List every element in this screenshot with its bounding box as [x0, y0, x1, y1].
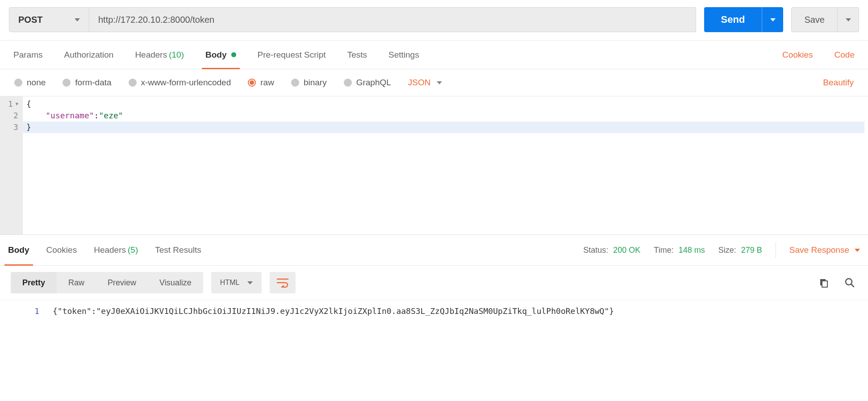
time-value: 148 ms	[679, 246, 705, 255]
response-body-editor[interactable]: 1 {"token":"eyJ0eXAiOiJKV1QiLCJhbGciOiJI…	[0, 300, 868, 319]
code-link[interactable]: Code	[835, 50, 855, 60]
divider	[776, 242, 776, 258]
view-preview[interactable]: Preview	[96, 272, 148, 293]
status-value: 200 OK	[613, 246, 640, 255]
radio-selected-icon	[248, 79, 256, 87]
send-button[interactable]: Send	[704, 7, 762, 32]
tab-headers[interactable]: Headers (10)	[135, 41, 184, 69]
radio-icon	[344, 79, 352, 87]
response-tab-testresults[interactable]: Test Results	[153, 235, 203, 265]
body-type-formdata[interactable]: form-data	[63, 78, 111, 88]
chevron-down-icon	[770, 18, 776, 21]
tab-headers-label: Headers	[135, 50, 167, 60]
send-dropdown[interactable]	[762, 7, 783, 32]
view-pretty[interactable]: Pretty	[11, 272, 57, 293]
tab-settings[interactable]: Settings	[388, 41, 419, 69]
svg-line-3	[851, 284, 854, 287]
view-mode-segment: Pretty Raw Preview Visualize	[11, 272, 203, 293]
radio-icon	[129, 79, 137, 87]
method-value: POST	[18, 15, 42, 25]
content-type-dropdown[interactable]: JSON	[408, 78, 442, 88]
chevron-down-icon	[247, 281, 253, 284]
fold-icon: ▼	[16, 98, 18, 110]
response-gutter: 1	[0, 304, 49, 319]
editor-code: { "username":"eze" }	[23, 96, 868, 234]
body-type-graphql-label: GraphQL	[356, 78, 391, 88]
save-button[interactable]: Save	[791, 7, 838, 32]
headers-count: (10)	[169, 50, 184, 60]
response-headers-count: (5)	[128, 245, 138, 255]
url-value: http://172.20.10.2:8000/token	[98, 15, 214, 25]
radio-icon	[14, 79, 22, 87]
body-type-none-label: none	[27, 78, 46, 88]
view-raw[interactable]: Raw	[57, 272, 96, 293]
wrap-lines-button[interactable]	[270, 272, 296, 293]
search-icon	[844, 277, 855, 288]
response-lang-value: HTML	[220, 279, 240, 287]
tab-tests[interactable]: Tests	[347, 41, 367, 69]
response-code: {"token":"eyJ0eXAiOiJKV1QiLCJhbGciOiJIUz…	[49, 304, 868, 319]
method-select[interactable]: POST	[9, 7, 89, 32]
save-response-dropdown[interactable]: Save Response	[789, 245, 860, 255]
url-input[interactable]: http://172.20.10.2:8000/token	[89, 7, 696, 32]
tab-body[interactable]: Body	[205, 41, 236, 69]
save-dropdown[interactable]	[838, 7, 859, 32]
body-type-binary-label: binary	[304, 78, 327, 88]
search-button[interactable]	[842, 275, 857, 290]
editor-gutter: 1▼ 2 3	[0, 96, 23, 234]
body-type-binary[interactable]: binary	[291, 78, 327, 88]
radio-icon	[291, 79, 299, 87]
radio-icon	[63, 79, 71, 87]
beautify-link[interactable]: Beautify	[823, 78, 854, 88]
body-type-raw[interactable]: raw	[248, 78, 274, 88]
save-response-label: Save Response	[789, 245, 849, 255]
body-type-urlencoded-label: x-www-form-urlencoded	[141, 78, 231, 88]
chevron-down-icon	[75, 18, 80, 21]
view-visualize[interactable]: Visualize	[148, 272, 203, 293]
size-value: 279 B	[741, 246, 762, 255]
wrap-icon	[276, 278, 289, 288]
status-meta: Status: 200 OK	[583, 246, 640, 255]
body-type-formdata-label: form-data	[75, 78, 111, 88]
copy-button[interactable]	[816, 275, 831, 290]
response-tab-cookies[interactable]: Cookies	[45, 235, 79, 265]
chevron-down-icon	[855, 249, 860, 252]
body-type-raw-label: raw	[260, 78, 274, 88]
request-body-editor[interactable]: 1▼ 2 3 { "username":"eze" }	[0, 96, 868, 234]
tab-params[interactable]: Params	[13, 41, 42, 69]
body-type-none[interactable]: none	[14, 78, 46, 88]
body-type-urlencoded[interactable]: x-www-form-urlencoded	[129, 78, 231, 88]
response-tab-headers[interactable]: Headers (5)	[92, 235, 140, 265]
content-type-value: JSON	[408, 78, 431, 88]
tab-body-label: Body	[205, 50, 227, 60]
dot-indicator-icon	[231, 52, 236, 57]
svg-rect-1	[822, 281, 827, 287]
copy-icon	[818, 277, 829, 288]
size-meta: Size: 279 B	[718, 246, 762, 255]
response-lang-dropdown[interactable]: HTML	[211, 272, 262, 293]
response-tab-headers-label: Headers	[94, 245, 126, 255]
body-type-graphql[interactable]: GraphQL	[344, 78, 391, 88]
tab-prerequest[interactable]: Pre-request Script	[258, 41, 326, 69]
chevron-down-icon	[846, 18, 851, 21]
cookies-link[interactable]: Cookies	[782, 50, 813, 60]
tab-authorization[interactable]: Authorization	[64, 41, 113, 69]
response-tab-body[interactable]: Body	[6, 235, 31, 265]
time-meta: Time: 148 ms	[654, 246, 705, 255]
chevron-down-icon	[437, 81, 442, 84]
